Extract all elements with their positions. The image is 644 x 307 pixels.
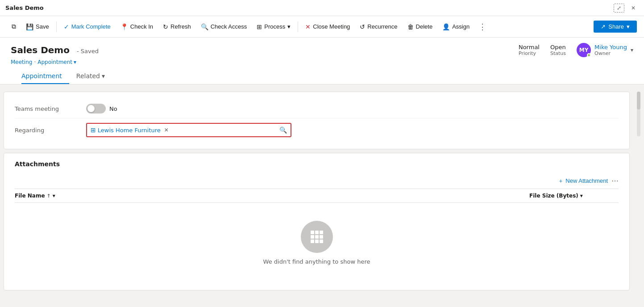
toolbar: ⧉ 💾 Save ✓ Mark Complete 📍 Check In ↻ Re… [0,16,644,38]
teams-meeting-toggle[interactable] [86,104,106,114]
attachments-header: Attachments [15,160,619,168]
title-bar-controls: ⤢ ✕ [614,4,639,13]
content-main: Teams meeting No Regarding ⊞ [0,88,633,307]
location-icon: 📍 [120,23,128,30]
regarding-field-container: ⊞ Lewis Home Furniture ✕ 🔍 [86,123,619,137]
check-access-button[interactable]: 🔍 Check Access [196,21,252,33]
expand-button[interactable]: ⤢ [614,4,624,13]
owner-chevron-icon[interactable]: ▾ [631,47,633,53]
owner-name: Mike Young [594,44,627,50]
svg-rect-2 [320,231,323,234]
svg-rect-4 [315,235,319,239]
meta-separator: · [34,59,36,65]
share-chevron-icon: ▾ [627,23,630,30]
attachments-card: Attachments ＋ New Attachment ⋯ File Name… [4,153,630,290]
attachments-table-header: File Name ↑ ▾ File Size (Bytes) ▾ [15,189,619,203]
scrollbar-thumb[interactable] [637,92,640,109]
regarding-remove-icon[interactable]: ✕ [164,127,169,133]
appointment-link[interactable]: Appointment ▾ [37,59,76,65]
svg-rect-3 [311,235,314,239]
plus-icon: ＋ [558,177,564,185]
refresh-icon: ↻ [163,23,168,30]
svg-rect-1 [315,231,319,234]
grid-icon [309,229,325,245]
form-card: Teams meeting No Regarding ⊞ [4,92,630,149]
record-saved-label: - Saved [77,48,99,55]
svg-rect-5 [320,235,323,239]
scrollbar-track[interactable] [637,92,640,136]
page-content: Sales Demo - Saved Normal Priority Open … [0,38,644,307]
filename-column-header[interactable]: File Name ↑ ▾ [15,193,529,199]
assign-button[interactable]: 👤 Assign [438,21,474,33]
delete-button[interactable]: 🗑 Delete [403,21,437,33]
assign-icon: 👤 [442,23,450,30]
record-title-row: Sales Demo - Saved Normal Priority Open … [11,43,633,57]
owner-role: Owner [594,50,627,56]
regarding-tag-text[interactable]: Lewis Home Furniture [98,127,161,134]
svg-rect-6 [311,240,314,243]
avatar: MY [577,43,591,57]
regarding-tag-icon: ⊞ [91,126,96,134]
teams-toggle-label: No [109,105,117,112]
share-icon: ↗ [601,23,606,30]
attachments-more-icon: ⋯ [611,177,619,185]
online-indicator [587,53,591,57]
new-record-icon: ⧉ [12,23,16,30]
process-button[interactable]: ⊞ Process ▾ [252,21,295,33]
regarding-search-icon[interactable]: 🔍 [279,126,287,134]
more-icon: ⋮ [478,22,486,31]
tabs: Appointment Related ▾ [11,69,633,84]
attachments-more-button[interactable]: ⋯ [611,177,619,185]
priority-status: Normal Priority [519,44,540,56]
app-title: Sales Demo [5,4,44,11]
regarding-field[interactable]: ⊞ Lewis Home Furniture ✕ 🔍 [86,123,291,137]
record-header: Sales Demo - Saved Normal Priority Open … [0,38,644,84]
svg-rect-0 [311,231,314,234]
new-record-button[interactable]: ⧉ [7,20,21,33]
check-icon: ✓ [64,23,69,30]
close-meeting-icon: ✕ [305,23,311,30]
close-button[interactable]: ✕ [628,4,639,13]
refresh-button[interactable]: ↻ Refresh [158,21,195,33]
owner-info: Mike Young Owner [594,44,627,56]
attachments-toolbar: ＋ New Attachment ⋯ [15,173,619,189]
filesize-chevron-icon: ▾ [580,193,583,199]
recurrence-button[interactable]: ↺ Recurrence [355,21,402,33]
teams-meeting-label: Teams meeting [15,105,86,112]
separator-2 [298,21,298,32]
record-title: Sales Demo [11,45,70,55]
process-chevron-icon: ▾ [287,23,291,30]
recurrence-icon: ↺ [360,23,365,30]
meeting-link[interactable]: Meeting [11,59,32,65]
regarding-tag: ⊞ Lewis Home Furniture ✕ [91,126,169,134]
content-with-scrollbar: Teams meeting No Regarding ⊞ [0,88,644,307]
right-scrollbar-panel [633,88,644,307]
svg-rect-7 [315,240,319,243]
empty-message: We didn't find anything to show here [263,258,370,265]
owner-area[interactable]: MY Mike Young Owner ▾ [577,43,633,57]
record-meta: Meeting · Appointment ▾ [11,59,633,65]
appointment-chevron-icon: ▾ [74,59,76,65]
new-attachment-button[interactable]: ＋ New Attachment [558,177,608,185]
tab-appointment[interactable]: Appointment [21,69,69,84]
status-value: Open [550,44,566,50]
filesize-column-header[interactable]: File Size (Bytes) ▾ [529,193,619,199]
share-button[interactable]: ↗ Share ▾ [594,21,637,33]
regarding-label: Regarding [15,127,86,134]
close-icon: ✕ [631,5,636,11]
status-label: Status [550,50,566,56]
title-bar: Sales Demo ⤢ ✕ [0,0,644,16]
sort-asc-icon: ↑ [47,193,51,199]
priority-value: Normal [519,44,540,50]
save-button[interactable]: 💾 Save [21,21,54,33]
open-status: Open Status [550,44,566,56]
check-in-button[interactable]: 📍 Check In [116,21,158,33]
more-options-button[interactable]: ⋮ [475,19,490,34]
check-access-icon: 🔍 [201,23,208,30]
teams-meeting-field: No [86,104,619,114]
close-meeting-button[interactable]: ✕ Close Meeting [301,21,354,33]
mark-complete-button[interactable]: ✓ Mark Complete [59,21,115,33]
tab-related[interactable]: Related ▾ [76,69,112,84]
separator-1 [56,21,57,32]
process-icon: ⊞ [257,23,262,30]
